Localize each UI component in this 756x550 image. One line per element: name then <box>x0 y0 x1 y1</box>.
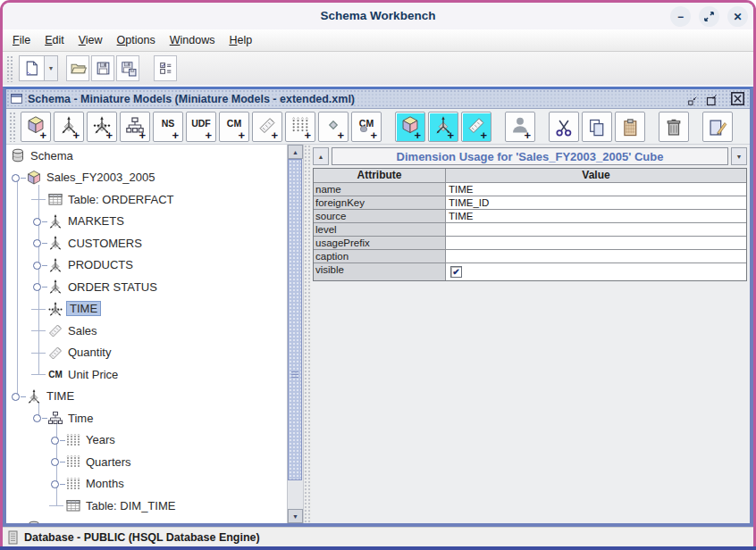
schema-document-window: Schema - Miniature Models (Miniature Mod… <box>3 87 753 527</box>
document-close-button[interactable] <box>730 91 745 106</box>
plus-badge: + <box>447 129 454 141</box>
add-role-button[interactable]: + <box>505 112 535 142</box>
add-cube-button[interactable]: + <box>21 112 51 142</box>
attribute-cell: visible <box>314 263 446 280</box>
maximize-button[interactable] <box>699 6 719 27</box>
visible-checkbox[interactable]: ✔ <box>450 266 462 278</box>
tree-node-time-usage[interactable]: TIME <box>6 298 287 321</box>
value-cell[interactable]: TIME <box>446 210 746 222</box>
add-measure-button[interactable]: + <box>252 112 282 142</box>
value-cell[interactable]: TIME_ID <box>446 196 746 209</box>
new-schema-dropdown[interactable]: ▼ <box>44 56 57 80</box>
menu-windows[interactable]: Windows <box>164 31 221 49</box>
expand-toggle[interactable] <box>8 386 26 408</box>
tree-node-markets[interactable]: MARKETS <box>6 211 287 233</box>
tree-node-months[interactable]: Months <box>6 473 287 496</box>
tree-node-order-status[interactable]: ORDER STATUS <box>6 276 287 298</box>
expand-toggle[interactable] <box>8 517 26 524</box>
value-cell[interactable] <box>446 237 746 249</box>
scroll-up-button[interactable]: ▲ <box>288 145 303 159</box>
expand-toggle[interactable] <box>47 473 65 496</box>
copy-button[interactable] <box>582 112 612 142</box>
add-calculated-member-button[interactable]: CM+ <box>219 112 249 142</box>
expand-toggle[interactable] <box>29 254 47 277</box>
document-maximize-button[interactable] <box>705 94 718 106</box>
schema-tree-panel[interactable]: Schema Sales_FY2003_2005 Table: ORDERFAC… <box>6 145 303 523</box>
dimension-usage-icon <box>47 301 63 317</box>
cut-button[interactable] <box>549 112 579 142</box>
scroll-down-button[interactable]: ▼ <box>288 509 303 523</box>
tree-node-quarters[interactable]: Quarters <box>6 451 287 473</box>
expand-toggle[interactable] <box>29 276 47 298</box>
add-dimension-usage-button[interactable]: + <box>87 112 117 142</box>
tree-node-years[interactable]: Years <box>6 429 287 452</box>
expand-toggle[interactable] <box>29 407 47 429</box>
table-icon <box>47 191 63 207</box>
tree-node-label: TIME <box>46 389 74 403</box>
tree-node-time-dimension[interactable]: TIME <box>6 386 287 408</box>
schema-toolbar-drag-handle[interactable] <box>9 112 15 142</box>
tree-node-table-orderfact[interactable]: Table: ORDERFACT <box>6 188 287 211</box>
schema-tree: Schema Sales_FY2003_2005 Table: ORDERFAC… <box>6 145 287 523</box>
open-file-button[interactable] <box>66 55 89 81</box>
preferences-button[interactable] <box>154 55 177 81</box>
add-calculated-member-property-button[interactable]: CM+ <box>351 112 382 142</box>
tree-node-time-hierarchy[interactable]: Time <box>6 407 287 429</box>
menu-options[interactable]: Options <box>112 31 161 49</box>
attribute-table-header: Attribute Value <box>314 169 746 182</box>
add-virtual-cube-button[interactable]: + <box>395 112 425 142</box>
add-named-set-button[interactable]: NS+ <box>153 112 183 142</box>
value-cell[interactable] <box>446 223 746 236</box>
value-cell[interactable]: TIME <box>446 183 746 196</box>
expand-toggle[interactable] <box>8 167 26 189</box>
window-controls: − ✕ <box>670 6 748 27</box>
add-dimension-button[interactable]: + <box>54 112 84 142</box>
tree-node-products[interactable]: PRODUCTS <box>6 254 287 277</box>
menu-help[interactable]: Help <box>223 31 257 49</box>
tree-node-quantity[interactable]: Quantity <box>6 342 287 364</box>
tree-node-unit-price[interactable]: CMUnit Price <box>6 363 287 386</box>
minimize-button[interactable]: − <box>670 6 691 27</box>
menu-file[interactable]: File <box>7 31 36 49</box>
close-button[interactable]: ✕ <box>727 6 748 27</box>
expand-toggle[interactable] <box>47 451 65 473</box>
expand-toggle[interactable] <box>29 232 47 254</box>
collapse-arrow-button[interactable]: ▲ <box>313 147 329 165</box>
add-udf-button[interactable]: UDF+ <box>186 112 216 142</box>
plus-badge: + <box>72 129 80 141</box>
delete-button[interactable] <box>659 112 689 142</box>
add-level-button[interactable]: + <box>285 112 315 142</box>
add-virtual-measure-button[interactable]: + <box>461 112 491 142</box>
menu-edit[interactable]: Edit <box>39 31 70 49</box>
save-as-button[interactable] <box>116 55 139 81</box>
panel-splitter[interactable] <box>303 145 311 523</box>
tree-scrollbar[interactable]: ▲ ▼ <box>287 145 303 523</box>
paste-button[interactable] <box>615 112 645 142</box>
document-title-bar[interactable]: Schema - Miniature Models (Miniature Mod… <box>6 89 750 109</box>
toolbar-drag-handle[interactable] <box>6 55 13 82</box>
tree-node-sales-fy2003-2005[interactable]: Sales_FY2003_2005 <box>6 167 287 189</box>
property-row-usageprefix: usagePrefix <box>314 236 746 249</box>
scroll-thumb[interactable] <box>288 159 302 480</box>
add-virtual-dimension-button[interactable]: + <box>428 112 458 142</box>
tree-node-label: Quantity <box>68 346 111 359</box>
tree-node-sales-measure[interactable]: Sales <box>6 320 287 342</box>
save-button[interactable] <box>91 55 114 81</box>
add-hierarchy-button[interactable]: + <box>120 112 150 142</box>
expand-toggle[interactable] <box>47 429 65 452</box>
menu-view[interactable]: View <box>73 31 108 49</box>
edit-mode-button[interactable] <box>702 112 733 142</box>
tree-node-customers[interactable]: CUSTOMERS <box>6 232 287 254</box>
add-property-button[interactable]: + <box>318 112 349 142</box>
schema-toolbar: + + + + NS+ UDF+ CM+ + + + CM+ + + + + <box>6 109 750 145</box>
new-schema-button[interactable]: ▼ <box>19 55 58 81</box>
tree-node-schema[interactable]: Schema <box>6 145 287 167</box>
plus-badge: + <box>271 129 278 141</box>
expand-toggle[interactable] <box>29 211 47 233</box>
tree-node-table-dim-time[interactable]: Table: DIM_TIME <box>6 495 287 517</box>
up-arrow-icon: ▲ <box>292 149 298 155</box>
dropdown-arrow-button[interactable]: ▼ <box>731 147 747 165</box>
document-minimize-button[interactable] <box>687 96 698 106</box>
value-cell[interactable] <box>446 250 746 262</box>
tree-node-partial[interactable] <box>6 517 287 524</box>
